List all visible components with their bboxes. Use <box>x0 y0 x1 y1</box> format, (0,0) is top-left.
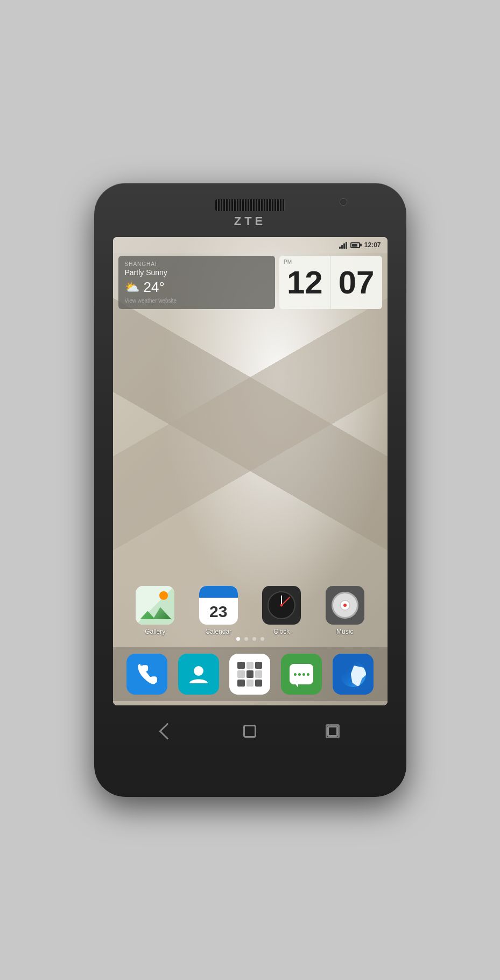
dock <box>113 647 388 701</box>
messages-bubble <box>290 664 313 684</box>
app-grid: Gallery 23 Calendar <box>113 586 388 635</box>
app-item-calendar[interactable]: 23 Calendar <box>199 586 238 635</box>
signal-icon <box>339 241 347 249</box>
brand-logo: ZTE <box>234 214 266 228</box>
dock-item-messages[interactable] <box>281 654 322 695</box>
page-dot-4[interactable] <box>260 637 264 641</box>
msg-dot-3 <box>302 673 305 676</box>
clock-face <box>267 591 295 619</box>
page-dot-2[interactable] <box>244 637 248 641</box>
launcher-cell <box>237 662 244 669</box>
music-disc <box>332 592 358 619</box>
back-icon <box>159 723 176 739</box>
speaker-grille <box>215 199 285 211</box>
home-icon <box>243 725 256 738</box>
dock-item-launcher[interactable] <box>229 654 270 695</box>
weather-sun-icon: ⛅ <box>125 281 139 295</box>
clock-icon <box>262 586 301 625</box>
phone-icon-svg <box>136 663 158 685</box>
weather-widget[interactable]: SHANGHAI Partly Sunny ⛅ 24° View weather… <box>118 256 276 309</box>
calendar-body: 23 <box>209 598 227 625</box>
calendar-day: 23 <box>209 604 227 620</box>
clock-hour-block: PM 12 <box>279 256 331 309</box>
msg-dot-1 <box>294 673 297 676</box>
widgets-row: SHANGHAI Partly Sunny ⛅ 24° View weather… <box>118 256 382 309</box>
nav-recent-button[interactable] <box>319 718 346 745</box>
app-item-gallery[interactable]: Gallery <box>136 586 174 635</box>
clock-center-dot <box>280 604 283 607</box>
weather-temp-row: ⛅ 24° <box>125 279 269 296</box>
gallery-icon-inner <box>136 586 174 625</box>
dock-item-maps[interactable] <box>333 654 374 695</box>
recent-icon <box>327 726 338 737</box>
dock-item-phone[interactable] <box>126 654 167 695</box>
launcher-cell <box>237 680 244 687</box>
screen: 12:07 SHANGHAI Partly Sunny ⛅ 24° View w… <box>113 237 388 705</box>
weather-city: SHANGHAI <box>125 261 269 267</box>
nav-home-button[interactable] <box>236 718 263 745</box>
clock-period: PM <box>284 259 292 265</box>
weather-temperature: 24° <box>144 279 165 296</box>
clock-minute-block: 07 <box>331 256 382 309</box>
phone-device: ZTE 12:07 SHANGHAI <box>94 183 406 797</box>
calendar-icon: 23 <box>199 586 238 625</box>
battery-icon <box>350 242 360 248</box>
contacts-icon-svg <box>186 662 211 687</box>
app-label-gallery: Gallery <box>145 628 165 635</box>
status-bar: 12:07 <box>113 237 388 253</box>
app-label-clock: Clock <box>273 628 290 635</box>
launcher-cell <box>247 680 253 687</box>
clock-hour: 12 <box>287 267 323 299</box>
app-label-calendar: Calendar <box>205 628 231 635</box>
front-camera <box>340 198 347 206</box>
launcher-grid <box>236 661 263 688</box>
weather-link[interactable]: View weather website <box>125 298 269 304</box>
nav-back-button[interactable] <box>154 718 181 745</box>
app-label-music: Music <box>336 628 353 635</box>
music-record-dot <box>343 604 347 607</box>
phone-bottom-nav <box>94 705 406 757</box>
calendar-header <box>199 586 238 598</box>
gallery-sun <box>159 591 168 600</box>
page-dot-1[interactable] <box>236 637 240 641</box>
app-item-clock[interactable]: Clock <box>262 586 301 635</box>
launcher-cell <box>247 662 253 669</box>
page-dot-3[interactable] <box>252 637 256 641</box>
launcher-cell <box>255 680 262 687</box>
launcher-cell <box>255 670 262 677</box>
status-icons: 12:07 <box>339 241 381 249</box>
launcher-cell <box>247 670 253 677</box>
clock-minute: 07 <box>339 267 375 299</box>
phone-top-bar: ZTE <box>94 183 406 237</box>
dock-item-contacts[interactable] <box>178 654 219 695</box>
app-item-music[interactable]: Music <box>326 586 364 635</box>
svg-point-0 <box>194 666 203 676</box>
msg-dot-2 <box>298 673 301 676</box>
weather-condition: Partly Sunny <box>125 268 269 277</box>
clock-widget[interactable]: PM 12 07 <box>279 256 382 309</box>
gallery-icon <box>136 586 174 625</box>
page-dots <box>113 637 388 641</box>
maps-globe <box>340 661 366 687</box>
launcher-cell <box>255 662 262 669</box>
msg-dot-4 <box>307 673 309 676</box>
status-time: 12:07 <box>364 241 381 249</box>
launcher-cell <box>237 670 244 677</box>
music-icon <box>326 586 364 625</box>
